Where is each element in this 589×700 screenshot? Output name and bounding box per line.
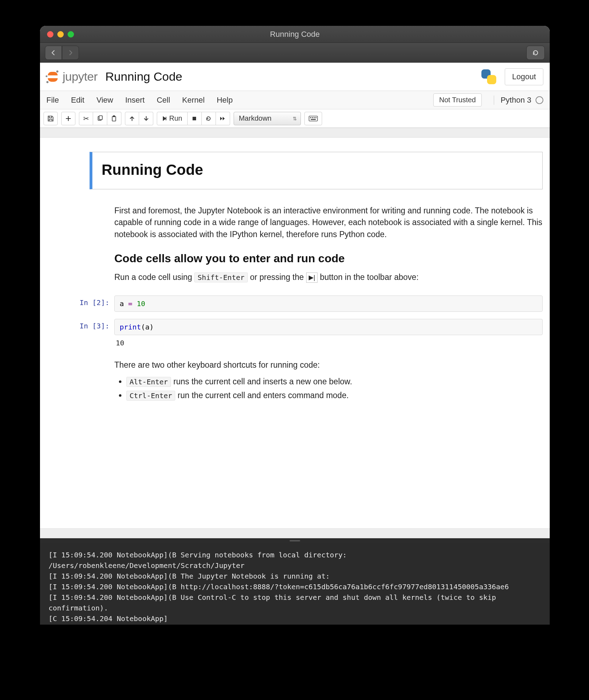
jupyter-logo[interactable]: jupyter xyxy=(46,70,98,84)
insert-cell-button[interactable] xyxy=(61,112,75,125)
restart-icon xyxy=(206,116,211,121)
run-hint: Run a code cell using Shift-Enter or pre… xyxy=(114,271,543,283)
menu-edit[interactable]: Edit xyxy=(71,96,84,105)
move-down-button[interactable] xyxy=(139,112,153,125)
separator xyxy=(40,128,550,138)
run-button[interactable]: Run xyxy=(157,112,188,125)
browser-navbar xyxy=(40,43,550,63)
terminal-line: [I 15:09:54.200 NotebookApp](B Serving n… xyxy=(48,551,351,570)
fast-forward-icon xyxy=(219,116,226,121)
save-icon xyxy=(47,115,54,122)
run-icon xyxy=(162,116,167,121)
svg-rect-9 xyxy=(315,117,316,118)
zoom-window-icon[interactable] xyxy=(68,31,74,38)
separator xyxy=(40,528,550,538)
markdown-cell-title[interactable]: Running Code xyxy=(40,152,550,189)
cell-output: 10 xyxy=(114,335,543,347)
jupyter-logo-text: jupyter xyxy=(63,70,98,84)
jupyter-menubar: File Edit View Insert Cell Kernel Help N… xyxy=(40,91,550,109)
back-button[interactable] xyxy=(45,46,62,60)
move-up-button[interactable] xyxy=(125,112,139,125)
code-cell-2[interactable]: In [3]: print(a) 10 xyxy=(40,319,550,354)
close-window-icon[interactable] xyxy=(47,31,53,38)
menu-file[interactable]: File xyxy=(46,96,59,105)
list-item: Alt-Enter runs the current cell and inse… xyxy=(126,376,543,388)
notebook-area[interactable]: Running Code First and foremost, the Jup… xyxy=(40,138,550,528)
restart-run-all-button[interactable] xyxy=(216,112,230,125)
arrow-up-icon xyxy=(130,116,135,121)
kbd-alt-enter: Alt-Enter xyxy=(126,377,171,387)
heading-2: Code cells allow you to enter and run co… xyxy=(114,250,543,266)
cell-type-value: Markdown xyxy=(239,114,271,122)
terminal-line: [I 15:09:54.200 NotebookApp](B http://lo… xyxy=(48,583,509,591)
svg-rect-7 xyxy=(312,117,313,118)
list-item: Ctrl-Enter run the current cell and ente… xyxy=(126,390,543,401)
terminal-line: [C 15:09:54.204 NotebookApp] xyxy=(48,614,168,623)
macos-titlebar: Running Code xyxy=(40,26,550,43)
app-window: Running Code jupyter Running Code xyxy=(40,26,550,625)
input-prompt: In [3]: xyxy=(47,319,114,347)
notebook-name[interactable]: Running Code xyxy=(105,70,182,84)
menu-help[interactable]: Help xyxy=(217,96,233,105)
shortcuts-intro: There are two other keyboard shortcuts f… xyxy=(114,359,543,371)
paste-icon xyxy=(111,115,118,122)
terminal-line: [I 15:09:54.200 NotebookApp](B The Jupyt… xyxy=(48,572,330,580)
svg-rect-3 xyxy=(113,116,115,117)
kernel-idle-icon xyxy=(536,96,543,104)
pane-splitter[interactable] xyxy=(40,538,550,543)
cut-button[interactable]: ✂ xyxy=(79,112,93,125)
run-icon-inline: ▶| xyxy=(306,272,318,282)
svg-rect-5 xyxy=(309,116,318,121)
kernel-name[interactable]: Python 3 xyxy=(501,96,531,105)
input-prompt: In [2]: xyxy=(47,296,114,312)
save-button[interactable] xyxy=(44,112,58,125)
svg-rect-10 xyxy=(311,119,316,120)
history-nav xyxy=(45,46,79,60)
svg-rect-4 xyxy=(193,117,196,120)
restart-button[interactable] xyxy=(202,112,216,125)
kernel-logo-icon xyxy=(481,69,497,85)
copy-button[interactable] xyxy=(93,112,107,125)
command-palette-button[interactable] xyxy=(304,112,322,125)
heading-1: Running Code xyxy=(102,161,533,178)
menu-cell[interactable]: Cell xyxy=(157,96,170,105)
jupyter-header: jupyter Running Code Logout xyxy=(40,63,550,91)
svg-rect-6 xyxy=(310,117,311,118)
menu-insert[interactable]: Insert xyxy=(125,96,145,105)
scissors-icon: ✂ xyxy=(83,114,89,123)
run-label: Run xyxy=(169,114,182,122)
reload-button[interactable] xyxy=(526,46,545,60)
trust-button[interactable]: Not Trusted xyxy=(433,93,482,107)
kernel-status: Python 3 xyxy=(494,96,543,105)
keyboard-icon xyxy=(309,116,318,121)
markdown-cell-shortcuts[interactable]: There are two other keyboard shortcuts f… xyxy=(40,354,550,411)
svg-rect-1 xyxy=(99,116,102,120)
jupyter-logo-icon xyxy=(46,70,59,83)
logout-button[interactable]: Logout xyxy=(505,68,543,85)
shortcuts-list: Alt-Enter runs the current cell and inse… xyxy=(114,376,543,402)
kbd-ctrl-enter: Ctrl-Enter xyxy=(126,391,175,401)
markdown-cell-intro[interactable]: First and foremost, the Jupyter Notebook… xyxy=(40,200,550,296)
code-input[interactable]: print(a) xyxy=(114,319,543,335)
cell-type-select[interactable]: Markdown xyxy=(234,112,301,125)
svg-rect-2 xyxy=(112,116,116,121)
paste-button[interactable] xyxy=(107,112,121,125)
intro-paragraph: First and foremost, the Jupyter Notebook… xyxy=(114,205,543,240)
plus-icon xyxy=(65,116,71,121)
menu-kernel[interactable]: Kernel xyxy=(182,96,205,105)
interrupt-button[interactable] xyxy=(188,112,202,125)
copy-icon xyxy=(97,115,103,122)
jupyter-toolbar: ✂ Run Markdown xyxy=(40,109,550,128)
arrow-down-icon xyxy=(144,116,149,121)
menu-view[interactable]: View xyxy=(96,96,113,105)
code-input[interactable]: a = 10 xyxy=(114,296,543,312)
code-cell-1[interactable]: In [2]: a = 10 xyxy=(40,296,550,319)
forward-button[interactable] xyxy=(62,46,79,60)
terminal-line: [I 15:09:54.200 NotebookApp](B Use Contr… xyxy=(48,593,500,612)
terminal-pane[interactable]: [I 15:09:54.200 NotebookApp](B Serving n… xyxy=(40,543,550,625)
svg-rect-8 xyxy=(314,117,315,118)
minimize-window-icon[interactable] xyxy=(57,31,64,38)
kbd-shift-enter: Shift-Enter xyxy=(194,272,247,282)
stop-icon xyxy=(192,116,197,121)
window-controls xyxy=(47,31,74,38)
